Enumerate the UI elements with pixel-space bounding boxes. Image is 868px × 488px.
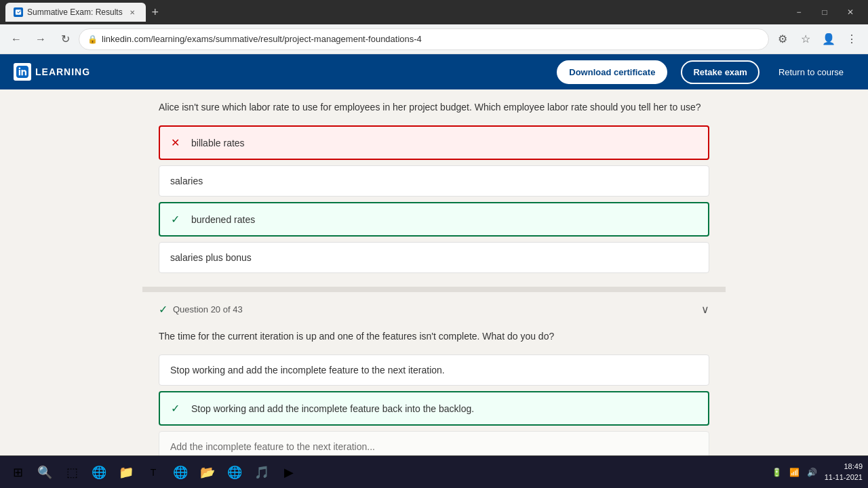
taskview-button[interactable]: ⬚ [60,460,84,485]
answer-text: Stop working and add the incomplete feat… [191,403,474,414]
netflix-icon[interactable]: ▶ [277,460,301,485]
answer-text: Add the incomplete feature to the next i… [170,441,375,452]
back-button[interactable]: ← [5,28,27,50]
section-divider [142,287,726,292]
title-bar: Summative Exam: Results ✕ + − □ ✕ [0,0,868,24]
chrome-icon[interactable]: 🌐 [168,460,193,485]
linkedin-logo: LEARNING [14,63,90,81]
teams-icon[interactable]: T [141,460,165,485]
question20-header-left: ✓ Question 20 of 43 [159,303,243,316]
correct-icon: ✓ [171,213,184,226]
question20-text: The time for the current iteration is up… [159,329,709,344]
return-to-course-button[interactable]: Return to course [768,62,854,83]
start-button[interactable]: ⊞ [5,460,30,485]
clock-date: 11-11-2021 [825,472,863,483]
system-tray: 🔋 📶 🔊 [770,466,819,479]
answer-billable-rates[interactable]: ✕ billable rates [159,125,709,160]
answer-text: Stop working and add the incomplete feat… [170,365,445,375]
answer-salaries[interactable]: salaries [159,165,709,197]
linkedin-learning-text: LEARNING [35,66,90,77]
new-tab-button[interactable]: + [146,3,165,22]
browser-window: Summative Exam: Results ✕ + − □ ✕ ← → ↻ … [0,0,868,455]
taskbar-right: 🔋 📶 🔊 18:49 11-11-2021 [770,462,863,483]
answer-text: billable rates [191,138,245,148]
lock-icon: 🔒 [87,35,98,44]
question20-block: The time for the current iteration is up… [142,319,726,455]
answer-partial[interactable]: Add the incomplete feature to the next i… [159,431,709,455]
toolbar-icons: ⚙ ☆ 👤 ⋮ [772,28,863,50]
question20-header: ✓ Question 20 of 43 ∨ [142,292,726,319]
search-button[interactable]: 🔍 [33,460,57,485]
collapse-icon[interactable]: ∨ [701,303,709,316]
system-clock: 18:49 11-11-2021 [825,462,863,483]
bookmark-button[interactable]: ☆ [795,28,816,50]
battery-icon: 🔋 [770,466,784,479]
address-bar[interactable]: 🔒 linkedin.com/learning/exams/summative/… [79,28,769,50]
answer-backlog[interactable]: ✓ Stop working and add the incomplete fe… [159,391,709,426]
retake-exam-button[interactable]: Retake exam [681,60,760,84]
edge-icon[interactable]: 🌐 [87,460,111,485]
spotify-icon[interactable]: 🎵 [250,460,274,485]
tab-favicon [14,7,23,17]
wrong-icon: ✕ [171,136,184,149]
forward-button[interactable]: → [30,28,52,50]
taskbar-left: ⊞ 🔍 ⬚ 🌐 📁 T 🌐 📂 🌐 🎵 ▶ [5,460,301,485]
files-icon[interactable]: 📁 [114,460,138,485]
url-text: linkedin.com/learning/exams/summative/re… [102,34,422,44]
question19-block: Alice isn't sure which labor rate to use… [142,89,726,287]
linkedin-logo-icon [14,63,31,81]
question19-text: Alice isn't sure which labor rate to use… [159,100,709,115]
question20-check-icon: ✓ [159,303,167,316]
extensions-button[interactable]: ⚙ [772,28,793,50]
correct-icon-q20: ✓ [171,402,184,415]
question20-label: Question 20 of 43 [173,304,243,314]
answer-burdened-rates[interactable]: ✓ burdened rates [159,202,709,237]
browser2-icon[interactable]: 🌐 [222,460,247,485]
content-area[interactable]: Alice isn't sure which labor rate to use… [0,89,868,455]
answer-next-iteration[interactable]: Stop working and add the incomplete feat… [159,354,709,386]
linkedin-header: LEARNING Download certificate Retake exa… [0,54,868,89]
answer-text: salaries [170,176,203,186]
profile-button[interactable]: 👤 [818,28,840,50]
volume-icon: 🔊 [806,466,819,479]
wifi-icon: 📶 [788,466,802,479]
refresh-button[interactable]: ↻ [54,28,76,50]
window-controls: − □ ✕ [787,3,863,22]
answer-text: burdened rates [191,214,255,225]
taskbar: ⊞ 🔍 ⬚ 🌐 📁 T 🌐 📂 🌐 🎵 ▶ 🔋 📶 🔊 18:49 11-11-… [0,455,868,488]
folder-icon[interactable]: 📂 [195,460,220,485]
answer-salaries-plus-bonus[interactable]: salaries plus bonus [159,242,709,273]
content-inner: Alice isn't sure which labor rate to use… [142,89,726,455]
browser-toolbar: ← → ↻ 🔒 linkedin.com/learning/exams/summ… [0,24,868,54]
menu-button[interactable]: ⋮ [841,28,863,50]
maximize-button[interactable]: □ [812,3,837,22]
browser-tab[interactable]: Summative Exam: Results ✕ [5,3,146,22]
download-certificate-button[interactable]: Download certificate [557,60,667,84]
tab-title: Summative Exam: Results [27,7,123,17]
close-button[interactable]: ✕ [838,3,863,22]
clock-time: 18:49 [825,462,863,472]
answer-text: salaries plus bonus [170,252,252,263]
minimize-button[interactable]: − [787,3,811,22]
tab-close-button[interactable]: ✕ [127,7,138,18]
